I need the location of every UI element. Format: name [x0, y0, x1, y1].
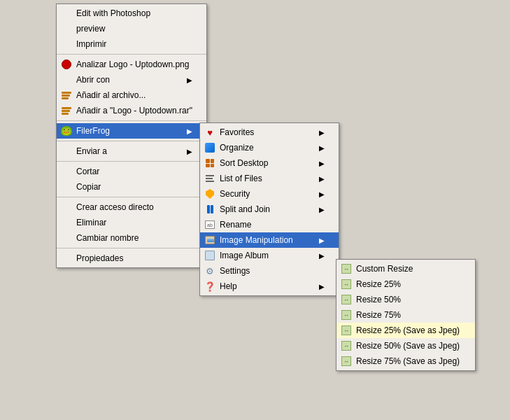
menu-item-copiar[interactable]: Copiar	[57, 179, 206, 195]
menu-item-label: Añadir al archivo...	[76, 90, 192, 100]
spacer-icon	[61, 74, 72, 85]
menu-item-rename[interactable]: ab Rename	[200, 217, 339, 232]
submenu-arrow: ▶	[312, 206, 325, 214]
album-icon	[204, 250, 215, 261]
menu-item-anadir-archivo[interactable]: Añadir al archivo...	[57, 88, 206, 103]
submenu-arrow: ▶	[180, 127, 192, 135]
menu-item-label: Resize 25% (Save as Jpeg)	[356, 326, 461, 335]
resize-icon	[341, 356, 352, 367]
menu-item-eliminar[interactable]: Eliminar	[57, 215, 206, 230]
menu-item-label: Favorites	[220, 127, 308, 137]
menu-item-resize-50-jpeg[interactable]: Resize 50% (Save as Jpeg)	[337, 338, 475, 354]
menu-item-organize[interactable]: Organize ▶	[200, 140, 339, 155]
menu-item-label: Analizar Logo - Uptodown.png	[76, 59, 192, 69]
settings-icon: ⚙	[204, 265, 215, 276]
menu-item-resize-75-jpeg[interactable]: Resize 75% (Save as Jpeg)	[337, 354, 475, 369]
submenu-arrow: ▶	[312, 283, 325, 290]
separator	[57, 120, 206, 121]
menu-item-label: Añadir a "Logo - Uptodown.rar"	[76, 106, 192, 115]
menu-item-crear-acceso[interactable]: Crear acceso directo	[57, 200, 206, 215]
organize-icon	[204, 142, 215, 153]
separator	[57, 197, 206, 197]
menu-item-cambiar-nombre[interactable]: Cambiar nombre	[57, 230, 206, 246]
separator	[57, 248, 206, 248]
separator	[57, 161, 206, 162]
menu-item-cortar[interactable]: Cortar	[57, 164, 206, 179]
menu-item-edit-photoshop[interactable]: Edit with Photoshop	[57, 6, 206, 21]
menu-item-label: Cambiar nombre	[76, 233, 192, 243]
menu-item-imprimir[interactable]: Imprimir	[57, 36, 206, 52]
resize-icon	[341, 325, 352, 336]
menu-item-label: Resize 75%	[356, 310, 461, 320]
menu-item-label: Resize 75% (Save as Jpeg)	[356, 356, 461, 366]
menu-item-custom-resize[interactable]: Custom Resize	[337, 261, 475, 276]
spacer-icon	[61, 202, 72, 213]
spacer-icon	[61, 38, 72, 50]
resize-icon	[341, 279, 352, 290]
menu-item-label: Organize	[220, 143, 308, 153]
resize-icon	[341, 294, 352, 305]
menu-item-enviar-a[interactable]: Enviar a ▶	[57, 144, 206, 159]
menu-item-label: preview	[76, 24, 192, 34]
menu-item-propiedades[interactable]: Propiedades	[57, 251, 206, 266]
submenu-arrow: ▶	[312, 144, 325, 152]
menu-item-label: Resize 50%	[356, 295, 461, 304]
menu-item-label: Custom Resize	[356, 264, 461, 274]
menu-item-resize-25[interactable]: Resize 25%	[337, 276, 475, 292]
menu-item-label: Cortar	[76, 167, 192, 176]
context-menu-main: Edit with Photoshop preview Imprimir Ana…	[56, 4, 207, 268]
menu-item-label: Sort Desktop	[220, 158, 308, 168]
menu-item-security[interactable]: Security ▶	[200, 186, 339, 202]
menu-item-sort-desktop[interactable]: Sort Desktop ▶	[200, 155, 339, 171]
menu-item-abrir-con[interactable]: Abrir con ▶	[57, 72, 206, 88]
menu-item-image-manipulation[interactable]: Image Manipulation ▶	[200, 232, 339, 248]
list-icon	[204, 173, 215, 184]
menu-item-label: Imprimir	[76, 39, 192, 49]
menu-item-settings[interactable]: ⚙ Settings	[200, 263, 339, 279]
resize-icon	[341, 309, 352, 321]
menu-item-filerfrog[interactable]: FilerFrog ▶	[57, 123, 206, 139]
shield-icon	[204, 188, 215, 200]
menu-item-list-of-files[interactable]: List of Files ▶	[200, 171, 339, 186]
menu-item-resize-50[interactable]: Resize 50%	[337, 292, 475, 307]
spacer-icon	[61, 23, 72, 34]
menu-item-label: Rename	[220, 220, 325, 230]
submenu-arrow: ▶	[312, 252, 325, 260]
heart-icon: ♥	[204, 127, 215, 138]
frog-icon	[61, 125, 72, 136]
menu-item-split-and-join[interactable]: Split and Join ▶	[200, 202, 339, 217]
menu-item-preview[interactable]: preview	[57, 21, 206, 36]
spacer-icon	[61, 253, 72, 264]
menu-item-label: FilerFrog	[76, 126, 176, 136]
menu-item-label: List of Files	[220, 174, 308, 183]
menu-item-label: Copiar	[76, 182, 192, 192]
menu-item-label: Abrir con	[76, 75, 176, 85]
split-icon	[204, 204, 215, 215]
menu-item-label: Resize 50% (Save as Jpeg)	[356, 341, 461, 351]
menu-item-favorites[interactable]: ♥ Favorites ▶	[200, 125, 339, 140]
image-manipulation-icon	[204, 234, 215, 246]
spacer-icon	[61, 166, 72, 177]
menu-item-label: Crear acceso directo	[76, 202, 192, 212]
submenu-arrow: ▶	[312, 175, 325, 183]
image-manipulation-submenu: Custom Resize Resize 25% Resize 50% Resi…	[336, 259, 476, 371]
sort-icon	[204, 158, 215, 169]
menu-item-label: Settings	[220, 266, 325, 276]
spacer-icon	[61, 146, 72, 157]
menu-item-resize-25-jpeg[interactable]: Resize 25% (Save as Jpeg)	[337, 323, 475, 338]
menu-item-help[interactable]: ❓ Help ▶	[200, 279, 339, 294]
menu-item-image-album[interactable]: Image Album ▶	[200, 248, 339, 263]
menu-item-analizar[interactable]: Analizar Logo - Uptodown.png	[57, 57, 206, 72]
resize-icon	[341, 263, 352, 274]
spacer-icon	[61, 8, 72, 19]
menu-item-anadir-rar[interactable]: Añadir a "Logo - Uptodown.rar"	[57, 103, 206, 118]
submenu-arrow: ▶	[312, 129, 325, 136]
spacer-icon	[61, 181, 72, 192]
separator	[57, 54, 206, 55]
archive-icon	[61, 105, 72, 116]
menu-item-resize-75[interactable]: Resize 75%	[337, 307, 475, 323]
submenu-arrow: ▶	[312, 237, 325, 244]
rename-icon: ab	[204, 219, 215, 230]
spacer-icon	[61, 232, 72, 244]
menu-item-label: Image Album	[220, 251, 308, 260]
